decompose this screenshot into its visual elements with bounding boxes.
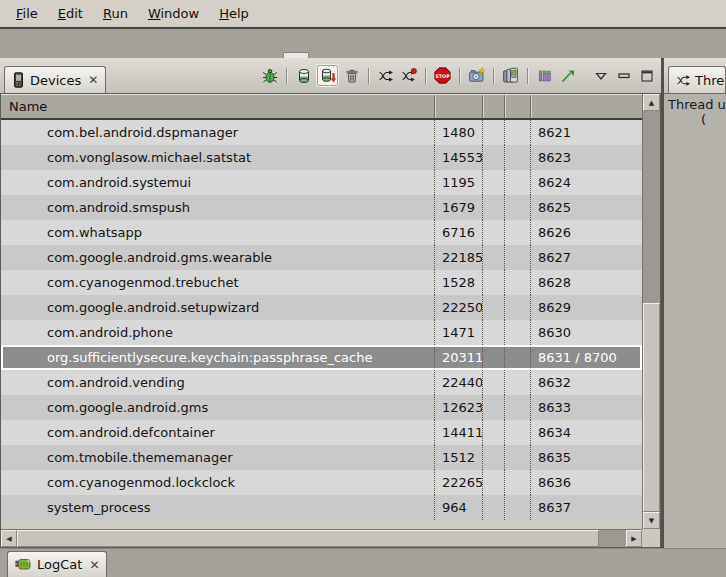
purple-bars-icon[interactable]: [535, 66, 554, 85]
maximize-icon[interactable]: [637, 66, 656, 85]
port-cell: 8628: [530, 270, 642, 295]
table-row[interactable]: com.android.phone14718630: [1, 320, 642, 345]
threads-message-line2: (: [668, 112, 726, 127]
empty-cell: [504, 445, 530, 470]
tab-threads[interactable]: Threads: [668, 66, 726, 93]
vertical-scroll-thumb[interactable]: [643, 303, 660, 512]
empty-cell: [482, 420, 504, 445]
process-name-cell: com.google.android.gms: [1, 395, 434, 420]
column-header-empty[interactable]: [482, 95, 504, 118]
table-row[interactable]: com.google.android.gms.wearable221858627: [1, 245, 642, 270]
stop-label: STOP: [435, 73, 450, 79]
logcat-icon: [15, 557, 32, 572]
close-icon[interactable]: ✕: [86, 73, 98, 87]
table-row[interactable]: com.android.systemui11958624: [1, 170, 642, 195]
empty-cell: [504, 270, 530, 295]
process-name-cell: com.google.android.gms.wearable: [1, 245, 434, 270]
table-row[interactable]: com.cyanogenmod.trebuchet15288628: [1, 270, 642, 295]
scroll-right-arrow[interactable]: ▶: [626, 530, 642, 547]
minimize-icon[interactable]: [614, 66, 633, 85]
horizontal-scroll-thumb[interactable]: [17, 530, 599, 547]
port-cell: 8621: [530, 120, 642, 145]
process-name-cell: com.cyanogenmod.lockclock: [1, 470, 434, 495]
bottom-tab-strip: LogCat ✕: [0, 548, 726, 577]
empty-cell: [482, 220, 504, 245]
threads-message-line1: Thread up: [668, 97, 726, 112]
pid-cell: 1512: [434, 445, 482, 470]
toolbar-separator: [425, 68, 426, 84]
menu-file[interactable]: File: [6, 4, 48, 23]
scroll-left-arrow[interactable]: ◀: [1, 530, 17, 547]
dump-hprof-icon[interactable]: [317, 65, 338, 86]
green-trend-arrow-icon[interactable]: [558, 66, 577, 85]
menu-bar: File Edit Run Window Help: [0, 0, 726, 29]
devices-toolbar: STOP: [260, 58, 661, 93]
menu-run[interactable]: Run: [93, 4, 138, 23]
scroll-down-arrow[interactable]: ▼: [643, 512, 660, 529]
table-row[interactable]: com.google.android.gms126238633: [1, 395, 642, 420]
devices-table: Name com.bel.android.dspmanager14808621c…: [0, 93, 661, 548]
horizontal-scroll-track[interactable]: [17, 530, 626, 547]
vertical-scrollbar[interactable]: ▲ ▼: [642, 94, 660, 529]
update-heap-icon[interactable]: [294, 66, 313, 85]
process-name-cell: com.cyanogenmod.trebuchet: [1, 270, 434, 295]
scroll-up-arrow[interactable]: ▲: [643, 94, 660, 111]
stop-process-icon[interactable]: STOP: [433, 66, 452, 85]
pid-cell: 14553: [434, 145, 482, 170]
screen-capture-camera-icon[interactable]: [467, 66, 486, 85]
view-menu-icon[interactable]: [591, 66, 610, 85]
table-row[interactable]: system_process9648637: [1, 495, 642, 520]
empty-cell: [482, 320, 504, 345]
coolbar-strip: [0, 29, 726, 58]
table-row[interactable]: org.sufficientlysecure.keychain:passphra…: [1, 345, 642, 370]
empty-cell: [482, 245, 504, 270]
tab-devices[interactable]: Devices ✕: [4, 66, 106, 93]
process-name-cell: com.bel.android.dspmanager: [1, 120, 434, 145]
vertical-scroll-track[interactable]: [643, 111, 660, 512]
empty-cell: [504, 245, 530, 270]
table-row[interactable]: com.android.smspush16798625: [1, 195, 642, 220]
table-row[interactable]: com.bel.android.dspmanager14808621: [1, 120, 642, 145]
tab-threads-label: Threads: [695, 73, 726, 88]
table-row[interactable]: com.cyanogenmod.lockclock222658636: [1, 470, 642, 495]
table-row[interactable]: com.google.android.setupwizard222508629: [1, 295, 642, 320]
menu-window[interactable]: Window: [138, 4, 209, 23]
process-name-cell: com.tmobile.thememanager: [1, 445, 434, 470]
cause-gc-trash-icon[interactable]: [342, 66, 361, 85]
port-cell: 8623: [530, 145, 642, 170]
menu-help[interactable]: Help: [209, 4, 259, 23]
phone-stack-icon[interactable]: [501, 66, 520, 85]
port-cell: 8630: [530, 320, 642, 345]
debug-process-icon[interactable]: [260, 66, 279, 85]
table-row[interactable]: com.whatsapp67168626: [1, 220, 642, 245]
port-cell: 8627: [530, 245, 642, 270]
pid-cell: 22440: [434, 370, 482, 395]
column-header-pid[interactable]: [434, 95, 482, 118]
port-cell: 8635: [530, 445, 642, 470]
horizontal-scrollbar[interactable]: ◀ ▶: [1, 529, 642, 547]
empty-cell: [504, 495, 530, 520]
table-row[interactable]: com.android.vending224408632: [1, 370, 642, 395]
port-cell: 8626: [530, 220, 642, 245]
tab-logcat[interactable]: LogCat ✕: [7, 551, 107, 577]
toolbar-separator: [459, 68, 460, 84]
start-method-profiling-icon[interactable]: [399, 66, 418, 85]
threads-tabbar: Threads: [664, 58, 726, 93]
close-icon[interactable]: ✕: [87, 558, 99, 572]
column-header-name[interactable]: Name: [1, 95, 434, 118]
menu-edit[interactable]: Edit: [48, 4, 93, 23]
column-header-empty[interactable]: [504, 95, 530, 118]
table-row[interactable]: com.android.defcontainer144118634: [1, 420, 642, 445]
column-header-port[interactable]: [530, 95, 642, 118]
process-name-cell: com.android.defcontainer: [1, 420, 434, 445]
phone-icon: [12, 72, 25, 88]
table-row[interactable]: com.vonglasow.michael.satstat145538623: [1, 145, 642, 170]
process-name-cell: system_process: [1, 495, 434, 520]
devices-tabbar: Devices ✕: [0, 58, 661, 93]
empty-cell: [504, 395, 530, 420]
table-row[interactable]: com.tmobile.thememanager15128635: [1, 445, 642, 470]
process-name-cell: com.whatsapp: [1, 220, 434, 245]
update-threads-icon[interactable]: [376, 66, 395, 85]
empty-cell: [482, 145, 504, 170]
empty-cell: [482, 295, 504, 320]
